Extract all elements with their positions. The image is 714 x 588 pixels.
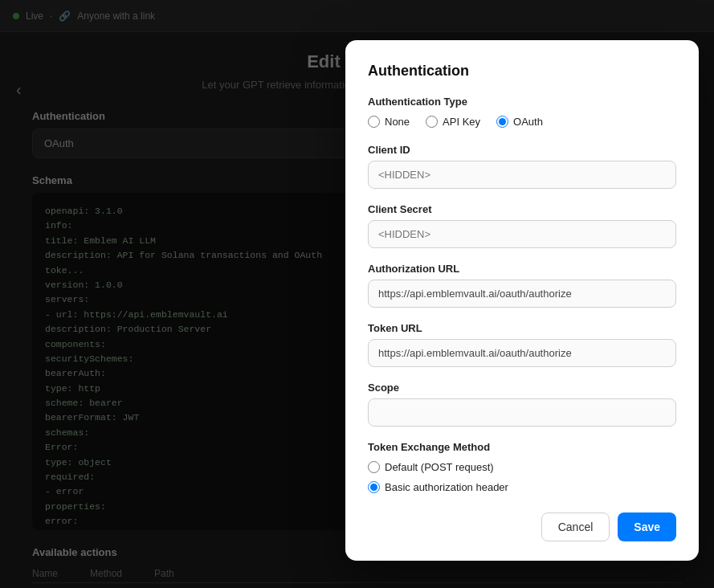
auth-type-none-radio[interactable] bbox=[368, 116, 380, 128]
authentication-modal: Authentication Authentication Type None … bbox=[345, 40, 699, 561]
authorization-url-input[interactable] bbox=[368, 280, 676, 308]
token-url-label: Token URL bbox=[368, 322, 676, 334]
scope-label: Scope bbox=[368, 382, 676, 394]
authorization-url-label: Authorization URL bbox=[368, 263, 676, 275]
token-exchange-default-radio[interactable] bbox=[368, 461, 380, 473]
client-secret-label: Client Secret bbox=[368, 203, 676, 215]
token-url-group: Token URL bbox=[368, 322, 676, 367]
client-id-label: Client ID bbox=[368, 144, 676, 156]
token-exchange-basic-label: Basic authorization header bbox=[385, 481, 508, 493]
modal-footer: Cancel Save bbox=[368, 512, 676, 541]
scope-group: Scope bbox=[368, 382, 676, 427]
token-url-input[interactable] bbox=[368, 339, 676, 367]
auth-type-apikey-radio[interactable] bbox=[426, 116, 438, 128]
token-exchange-basic[interactable]: Basic authorization header bbox=[368, 481, 676, 493]
auth-type-apikey[interactable]: API Key bbox=[426, 116, 480, 128]
auth-type-section: Authentication Type None API Key OAuth bbox=[368, 96, 676, 128]
auth-type-apikey-label: API Key bbox=[443, 116, 480, 128]
token-exchange-radio-group: Default (POST request) Basic authorizati… bbox=[368, 461, 676, 493]
token-exchange-basic-radio[interactable] bbox=[368, 481, 380, 493]
token-exchange-default-label: Default (POST request) bbox=[385, 461, 494, 473]
auth-type-none[interactable]: None bbox=[368, 116, 410, 128]
token-exchange-default[interactable]: Default (POST request) bbox=[368, 461, 676, 473]
token-exchange-section: Token Exchange Method Default (POST requ… bbox=[368, 441, 676, 493]
auth-type-oauth[interactable]: OAuth bbox=[496, 116, 543, 128]
authorization-url-group: Authorization URL bbox=[368, 263, 676, 308]
auth-type-radio-group: None API Key OAuth bbox=[368, 116, 676, 128]
cancel-button[interactable]: Cancel bbox=[541, 512, 610, 541]
client-id-group: Client ID bbox=[368, 144, 676, 189]
client-secret-group: Client Secret bbox=[368, 203, 676, 248]
auth-type-label: Authentication Type bbox=[368, 96, 676, 108]
scope-input[interactable] bbox=[368, 398, 676, 427]
client-id-input[interactable] bbox=[368, 161, 676, 189]
auth-type-oauth-label: OAuth bbox=[513, 116, 543, 128]
modal-title: Authentication bbox=[368, 63, 676, 80]
token-exchange-label: Token Exchange Method bbox=[368, 441, 676, 453]
auth-type-none-label: None bbox=[385, 116, 410, 128]
auth-type-oauth-radio[interactable] bbox=[496, 116, 508, 128]
save-button[interactable]: Save bbox=[618, 512, 676, 541]
client-secret-input[interactable] bbox=[368, 220, 676, 248]
